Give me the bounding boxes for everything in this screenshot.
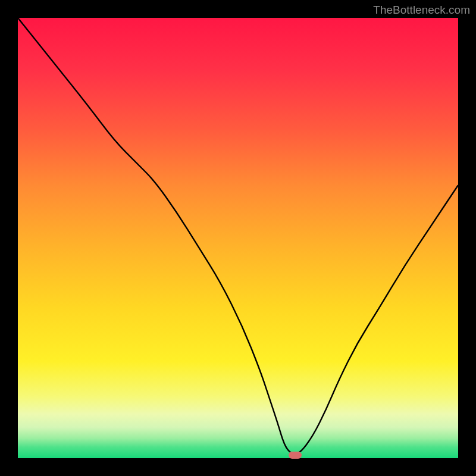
- chart-plot-area: [18, 18, 458, 458]
- attribution-text: TheBottleneck.com: [373, 4, 470, 17]
- bottleneck-curve: [18, 18, 458, 458]
- optimal-marker: [289, 452, 302, 459]
